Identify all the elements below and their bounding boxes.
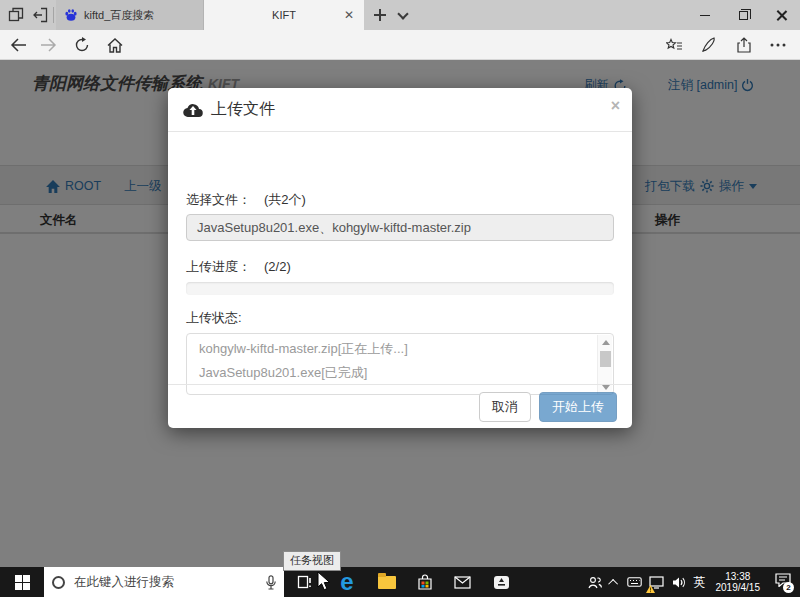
notification-badge: 2 (783, 582, 794, 593)
upload-status-label: 上传状态: (186, 309, 242, 327)
upload-progress-label: 上传进度： (2/2) (186, 258, 291, 276)
tab-baidu-search[interactable]: kiftd_百度搜索 (56, 0, 204, 30)
scrollbar-thumb[interactable] (600, 351, 611, 367)
web-note-pen-icon[interactable] (697, 34, 721, 56)
tab-label: KIFT (272, 9, 296, 21)
microsoft-store-icon[interactable] (410, 567, 440, 597)
clock[interactable]: 13:382019/4/15 (710, 567, 767, 597)
home-button[interactable] (103, 34, 127, 56)
select-files-label: 选择文件： (共2个) (186, 191, 306, 209)
close-button[interactable] (762, 0, 800, 30)
task-view-tooltip: 任务视图 (283, 551, 341, 571)
set-tabs-aside-icon[interactable] (30, 5, 50, 25)
input-language-indicator[interactable]: 英 (690, 567, 710, 597)
hidden-icons-chevron-icon[interactable] (606, 567, 624, 597)
drive-icon (493, 575, 510, 590)
microphone-icon[interactable] (266, 575, 276, 590)
new-tab-button[interactable] (372, 7, 388, 23)
screen: kiftd_百度搜索 KIFT ✕ (0, 0, 800, 597)
tab-separator (53, 7, 54, 23)
tab-bar: kiftd_百度搜索 KIFT ✕ (0, 0, 800, 30)
edge-logo-icon: e (340, 570, 353, 594)
file-explorer-icon[interactable] (372, 567, 402, 597)
folder-icon (378, 576, 396, 589)
modal-close-icon[interactable]: × (611, 98, 620, 114)
window-controls (686, 0, 800, 30)
browser-window: kiftd_百度搜索 KIFT ✕ (0, 0, 800, 567)
modal-title: 上传文件 (211, 99, 275, 120)
back-button[interactable] (6, 34, 30, 56)
clock-time: 13:38 (725, 571, 750, 582)
action-center-button[interactable]: 2 (766, 567, 800, 597)
system-tray: 英 13:382019/4/15 2 (584, 567, 800, 597)
task-view-button[interactable] (290, 567, 318, 597)
store-bag-icon (417, 574, 433, 590)
tab-close-icon[interactable]: ✕ (342, 8, 356, 22)
network-icon[interactable] (646, 567, 668, 597)
forward-button[interactable] (36, 34, 60, 56)
share-icon[interactable] (732, 34, 756, 56)
envelope-icon (454, 576, 471, 589)
modal-footer: 取消 开始上传 (168, 384, 632, 428)
close-icon (776, 10, 787, 21)
page-viewport: 青阳网络文件传输系统KIFT 刷新 注销 [admin] ROOT 上一级 打包… (0, 60, 800, 567)
network-warning-icon (646, 585, 655, 593)
search-placeholder: 在此键入进行搜索 (74, 574, 266, 591)
people-icon[interactable] (584, 567, 606, 597)
address-bar-row: 10.0.2.15:8080/home.html;jsessionid=20EF… (0, 30, 800, 60)
tab-label: kiftd_百度搜索 (84, 8, 154, 23)
mail-app-icon[interactable] (447, 567, 477, 597)
status-item-zip: kohgylw-kiftd-master.zip[正在上传...] (187, 334, 613, 358)
minimize-icon (700, 15, 710, 16)
start-button[interactable] (0, 567, 44, 597)
status-item-exe: JavaSetup8u201.exe[已完成] (187, 358, 613, 382)
favorites-hub-icon[interactable] (662, 34, 686, 56)
upload-progress-bar (186, 282, 614, 295)
baidu-favicon-icon (64, 8, 78, 22)
taskbar-search-box[interactable]: 在此键入进行搜索 (44, 567, 284, 597)
selected-files-input[interactable]: JavaSetup8u201.exe、kohgylw-kiftd-master.… (186, 214, 614, 241)
minimize-button[interactable] (686, 0, 724, 30)
taskbar: 在此键入进行搜索 e (0, 567, 800, 597)
clock-date: 2019/4/15 (716, 582, 761, 593)
drive-app-icon[interactable] (486, 567, 516, 597)
start-upload-button[interactable]: 开始上传 (539, 392, 617, 422)
touch-keyboard-icon[interactable] (624, 567, 646, 597)
refresh-button[interactable] (70, 34, 94, 56)
scroll-up-icon[interactable] (602, 340, 610, 345)
cancel-button[interactable]: 取消 (479, 392, 531, 422)
tab-preview-chevron-icon[interactable] (397, 10, 409, 18)
more-options-icon[interactable] (766, 34, 790, 56)
edge-taskbar-icon[interactable]: e (332, 567, 362, 597)
volume-icon[interactable] (668, 567, 690, 597)
restore-icon (739, 11, 748, 20)
tab-kift-active[interactable]: KIFT ✕ (204, 0, 364, 30)
modal-header: 上传文件 × (168, 88, 632, 132)
upload-modal: 上传文件 × 选择文件： (共2个) JavaSetup8u201.exe、ko… (168, 88, 632, 428)
windows-logo-icon (15, 575, 30, 590)
cloud-upload-icon (183, 101, 203, 118)
mouse-cursor-icon (317, 571, 331, 591)
restore-button[interactable] (724, 0, 762, 30)
task-view-icon (296, 575, 312, 589)
tabs-set-aside-list-icon[interactable] (6, 5, 26, 25)
cortana-icon (52, 576, 65, 589)
